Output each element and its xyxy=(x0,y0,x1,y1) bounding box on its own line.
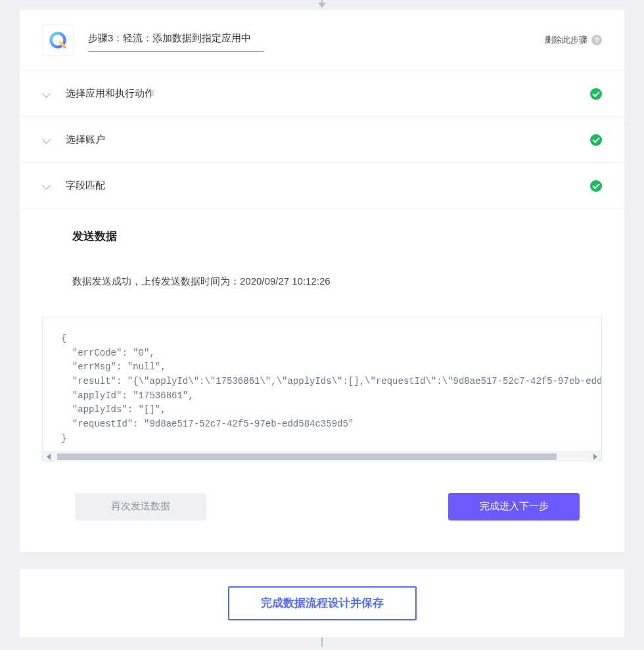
help-icon[interactable]: ? xyxy=(591,35,602,45)
section-select-app[interactable]: 选择应用和执行动作 xyxy=(20,71,624,117)
finish-save-button[interactable]: 完成数据流程设计并保存 xyxy=(228,586,417,620)
delete-step-label: 删除此步骤 xyxy=(545,34,587,46)
section-label: 字段匹配 xyxy=(66,179,590,192)
chevron-down-icon xyxy=(42,136,50,144)
response-code-box[interactable]: { "errCode": "0", "errMsg": "null", "res… xyxy=(42,317,602,452)
scroll-thumb[interactable] xyxy=(57,453,557,460)
section-label: 选择应用和执行动作 xyxy=(66,87,590,100)
card-gap xyxy=(20,552,624,569)
scroll-right-icon[interactable] xyxy=(593,453,597,460)
check-icon xyxy=(590,88,602,100)
delete-step-button[interactable]: 删除此步骤 ? xyxy=(545,34,602,46)
connector-bottom xyxy=(20,638,624,647)
connector-top xyxy=(20,0,624,10)
send-title: 发送数据 xyxy=(72,229,602,244)
finish-card: 完成数据流程设计并保存 xyxy=(20,569,624,638)
section-label: 选择账户 xyxy=(66,133,590,146)
action-button-row: 再次发送数据 完成进入下一步 xyxy=(20,461,624,552)
horizontal-scrollbar[interactable] xyxy=(42,452,602,461)
resend-button[interactable]: 再次发送数据 xyxy=(75,493,206,521)
step-card: 步骤3：轻流：添加数据到指定应用中 删除此步骤 ? 选择应用和执行动作 选择账户… xyxy=(20,10,624,552)
send-status: 数据发送成功，上传发送数据时间为：2020/09/27 10:12:26 xyxy=(72,275,602,288)
app-logo-icon xyxy=(42,24,74,56)
scroll-left-icon[interactable] xyxy=(47,453,51,460)
section-field-mapping[interactable]: 字段匹配 xyxy=(20,163,624,209)
check-icon xyxy=(590,134,602,146)
step-header: 步骤3：轻流：添加数据到指定应用中 删除此步骤 ? xyxy=(20,10,624,71)
arrow-down-icon xyxy=(318,3,326,8)
send-data-panel: 发送数据 数据发送成功，上传发送数据时间为：2020/09/27 10:12:2… xyxy=(20,209,624,317)
step-title-input[interactable]: 步骤3：轻流：添加数据到指定应用中 xyxy=(88,28,264,52)
check-icon xyxy=(590,180,602,192)
chevron-down-icon xyxy=(42,182,50,190)
next-step-button[interactable]: 完成进入下一步 xyxy=(448,493,580,521)
chevron-down-icon xyxy=(42,90,50,98)
section-select-account[interactable]: 选择账户 xyxy=(20,117,624,163)
